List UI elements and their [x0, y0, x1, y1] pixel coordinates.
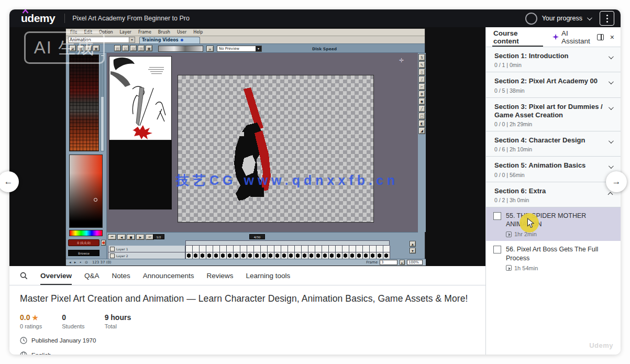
lecture-checkbox[interactable]	[493, 246, 501, 253]
layer-1-label[interactable]: Layer 1	[108, 246, 185, 252]
canvas-area: ✛	[107, 53, 418, 232]
lecture-checkbox[interactable]	[493, 212, 501, 220]
stat-students: 0 Students	[62, 313, 84, 329]
layer-1-frames[interactable]	[185, 246, 390, 252]
tool-eraser-button[interactable]: ◊	[418, 69, 425, 75]
timeline-scroll-down-button[interactable]: ▼	[410, 248, 416, 253]
tool-select-button[interactable]: ⌐	[418, 83, 425, 90]
frame-number-input[interactable]: 3	[380, 260, 397, 265]
timeline-frame-tab[interactable]: 4/30	[249, 234, 265, 239]
menu-user[interactable]: User	[177, 30, 186, 35]
color-picker-marker[interactable]	[94, 198, 97, 202]
lecture-row-56[interactable]: 56. Pixel Art Boss Gets The Full Process…	[486, 241, 621, 275]
tool-gradient-button[interactable]: ◢	[418, 127, 425, 134]
lecture-duration: 1hr 2min	[506, 231, 615, 237]
toolbar-button[interactable]: ◳	[138, 45, 145, 51]
menu-layer[interactable]: Layer	[120, 30, 131, 35]
tool-move-button[interactable]: ✥	[418, 91, 425, 97]
section-title: Section 6: Extra	[494, 187, 605, 195]
zoom-level-value[interactable]: 100%	[407, 260, 423, 265]
next-lecture-button[interactable]: →	[606, 171, 627, 192]
toolbar-button[interactable]: ≡	[206, 46, 214, 52]
tool-lasso-button[interactable]: S	[418, 54, 425, 61]
frame-step-button[interactable]: ▸	[400, 260, 405, 265]
toolbar-hint-text: Disk Speed	[312, 47, 337, 51]
chevron-down-icon[interactable]	[587, 15, 592, 20]
color-picker-gradient[interactable]	[69, 155, 103, 228]
menu-brush[interactable]: Brush	[158, 30, 170, 35]
language-line: English	[20, 351, 475, 355]
palette-browse-button[interactable]: Browse	[68, 250, 100, 256]
toolbar-button[interactable]: ▩	[146, 45, 152, 51]
layer-visibility-toggle[interactable]	[110, 253, 115, 258]
tool-fill-button[interactable]: ◆	[418, 98, 425, 105]
palette-panel: 0 (0,0,0) Browse	[66, 53, 107, 259]
preview-mode-dropdown[interactable]: No Preview▾	[217, 46, 262, 52]
toolbar-button[interactable]: ◲	[130, 45, 137, 51]
canvas-cursor-cross-icon: ✛	[399, 57, 404, 64]
section-meta: 0 / 2 | 3h 0min	[494, 197, 605, 203]
prev-frame-button[interactable]: ◀	[117, 234, 126, 240]
course-content-sidebar: Course content AI Assistant × Section 1:…	[485, 27, 621, 355]
progress-circle-icon	[525, 13, 537, 25]
timeline-scroll-up-button[interactable]: ▲	[410, 241, 416, 247]
tab-announcements[interactable]: Announcements	[143, 266, 194, 285]
toolbar-button[interactable]: ◱	[122, 45, 129, 51]
sidebar-header-icons: ×	[597, 27, 614, 47]
brush-preview[interactable]	[158, 46, 203, 52]
section-row-2[interactable]: Section 2: Pixel Art Academy 00 0 / 5 | …	[486, 72, 621, 97]
search-icon[interactable]	[20, 266, 28, 285]
section-row-4[interactable]: Section 4: Character Design 0 / 6 | 2h 1…	[486, 131, 621, 157]
document-tab[interactable]: Training Videos	[139, 37, 200, 43]
tool-shade-button[interactable]: ◐	[418, 120, 425, 127]
tab-notes[interactable]: Notes	[112, 266, 130, 285]
tab-overview[interactable]: Overview	[40, 266, 72, 285]
tab-course-content[interactable]: Course content	[492, 27, 543, 47]
color-palette-grid[interactable]	[69, 54, 99, 151]
more-options-button[interactable]	[600, 11, 614, 26]
udemy-logo[interactable]: udemy	[21, 12, 55, 25]
tab-learning-tools[interactable]: Learning tools	[246, 266, 290, 285]
hand-cursor-icon	[526, 218, 535, 228]
tool-rect-button[interactable]: □	[418, 113, 425, 119]
tool-stroke-button[interactable]: ╱	[418, 105, 425, 112]
toolbar-button[interactable]: ◰	[114, 45, 121, 51]
section-row-6[interactable]: Section 6: Extra 0 / 2 | 3h 0min	[486, 182, 621, 207]
lecture-row-55[interactable]: 55. THE SPIDER MOTHER ANIMATION 1hr 2min	[486, 207, 621, 241]
your-progress-label[interactable]: Your progress	[542, 15, 582, 22]
stop-button[interactable]: ■	[127, 234, 135, 240]
tab-reviews[interactable]: Reviews	[206, 266, 233, 285]
center-watermark: 技艺CG www.qdnxxfb.cn	[176, 172, 399, 189]
tool-line-button[interactable]: /	[418, 76, 425, 83]
palette-scrollbar[interactable]	[101, 54, 104, 151]
close-icon[interactable]: ×	[610, 34, 614, 41]
star-icon: ★	[32, 314, 38, 322]
lecture-title: 56. Pixel Art Boss Gets The Full Process	[506, 245, 615, 262]
tab-qa[interactable]: Q&A	[84, 266, 100, 285]
tool-pencil-button[interactable]: ✎	[418, 61, 425, 68]
palette-info-button[interactable]: 0 (0,0,0)	[68, 239, 100, 246]
toolbar-group-2: ◰ ◱ ◲ ◳ ▩	[114, 45, 152, 51]
timeline-scroll-buttons: ▲ ▼	[410, 241, 416, 253]
header-bar: udemy Pixel Art Academy From Beginner to…	[9, 9, 621, 27]
section-row-5[interactable]: Section 5: Animation Basics 0 / 0 | 56mi…	[486, 157, 621, 182]
first-frame-button[interactable]: ⏮	[108, 234, 116, 240]
sidebar-header: Course content AI Assistant ×	[486, 27, 621, 47]
section-row-1[interactable]: Section 1: Introduction 0 / 1 | 0min	[486, 47, 621, 72]
layer-visibility-toggle[interactable]	[110, 247, 115, 251]
timeline-range-tab[interactable]: 1/2	[153, 234, 164, 239]
course-dashboard: Overview Q&A Notes Announcements Reviews…	[9, 266, 485, 355]
play-button[interactable]: ▶	[136, 234, 145, 240]
app-status-bar: ◂ ▸ ∙ ⊙ 123 37 (0) Frame 3 ▸ 100%	[66, 259, 426, 266]
menu-help[interactable]: Help	[193, 30, 203, 35]
clock-icon	[20, 337, 27, 344]
hue-slider[interactable]	[69, 230, 103, 236]
dock-panel-icon[interactable]	[597, 34, 604, 40]
tab-ai-assistant[interactable]: AI Assistant	[551, 27, 597, 47]
menu-frame[interactable]: Frame	[138, 30, 151, 35]
palette-color-swatch-button[interactable]	[101, 240, 106, 246]
section-row-3[interactable]: Section 3: Pixel art for Dummies / Game …	[486, 98, 621, 132]
section-meta: 0 / 0 | 56min	[494, 172, 605, 178]
pixel-canvas[interactable]	[178, 75, 374, 223]
course-title[interactable]: Pixel Art Academy From Beginner to Pro	[72, 15, 190, 22]
